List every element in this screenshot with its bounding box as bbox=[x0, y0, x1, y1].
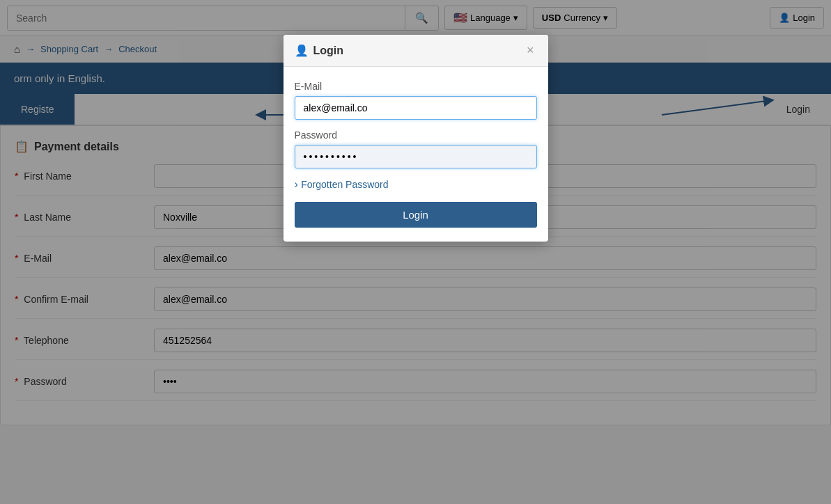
close-icon: × bbox=[527, 43, 534, 57]
modal-password-input[interactable] bbox=[295, 145, 537, 168]
modal-close-button[interactable]: × bbox=[524, 43, 537, 58]
modal-user-icon: 👤 bbox=[295, 44, 309, 57]
modal-email-label: E-Mail bbox=[295, 81, 537, 92]
modal-email-input[interactable] bbox=[295, 96, 537, 120]
login-modal: 👤 Login × E-Mail Password Forgotten Pass… bbox=[284, 35, 548, 242]
modal-body: E-Mail Password Forgotten Password Login bbox=[284, 67, 548, 242]
modal-header: 👤 Login × bbox=[284, 35, 548, 67]
modal-title: 👤 Login bbox=[295, 44, 344, 57]
modal-login-button[interactable]: Login bbox=[295, 202, 537, 228]
forgotten-password-link[interactable]: Forgotten Password bbox=[295, 178, 537, 191]
modal-password-label: Password bbox=[295, 129, 537, 141]
modal-title-text: Login bbox=[313, 45, 344, 57]
modal-overlay: 👤 Login × E-Mail Password Forgotten Pass… bbox=[0, 0, 831, 425]
